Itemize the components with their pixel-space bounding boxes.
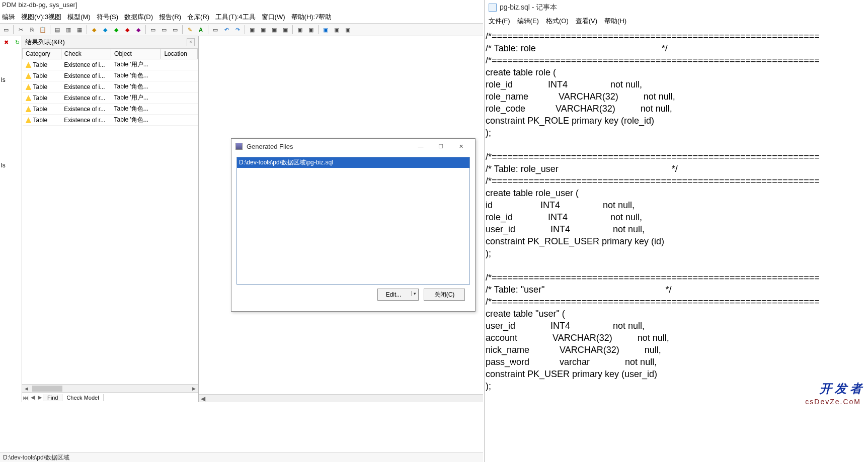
toolbar-button[interactable]: ▭ [210, 25, 220, 35]
maximize-icon[interactable]: ☐ [431, 139, 451, 153]
toolbar-button[interactable]: ▣ [332, 25, 342, 35]
toolbar-button[interactable]: ▣ [247, 25, 257, 35]
scrollbar-thumb[interactable] [32, 386, 62, 392]
menu-model[interactable]: 模型(M) [67, 13, 91, 22]
toolbar-button[interactable]: ◆ [89, 25, 99, 35]
col-object[interactable]: Object [111, 49, 161, 59]
table-row[interactable]: TableExistence of i...Table '角色... [23, 70, 198, 81]
generated-files-list[interactable]: D:\dev-tools\pd\数据区域\pg-biz.sql [236, 157, 470, 285]
np-menu-edit[interactable]: 编辑(E) [517, 17, 539, 26]
cut-icon[interactable]: ✂ [16, 25, 26, 35]
cell-object: Table '角色... [111, 81, 161, 93]
table-row[interactable]: TableExistence of i...Table '角色... [23, 81, 198, 93]
np-menu-format[interactable]: 格式(O) [546, 17, 569, 26]
tab-nav-prev[interactable]: ◀ [29, 394, 36, 401]
tab-find[interactable]: Find [43, 394, 62, 401]
menu-edit[interactable]: 编辑 [2, 13, 15, 22]
notepad-window: pg-biz.sql - 记事本 文件(F) 编辑(E) 格式(O) 查看(V)… [484, 0, 868, 462]
table-row[interactable]: TableExistence of i...Table '用户... [23, 59, 198, 70]
cell-check: Existence of r... [61, 104, 111, 115]
menu-help[interactable]: 帮助(H):7帮助 [291, 13, 332, 22]
notepad-title-text: pg-biz.sql - 记事本 [500, 3, 557, 12]
toolbar-button[interactable]: ▣ [269, 25, 279, 35]
strip-label: ls [1, 162, 6, 169]
minimize-icon[interactable]: — [411, 139, 431, 153]
menu-tools[interactable]: 工具(T):4工具 [215, 13, 255, 22]
scroll-right-icon[interactable]: ▶ [190, 385, 198, 393]
menu-window[interactable]: 窗口(W) [262, 13, 285, 22]
toolbar-button[interactable]: ▣ [258, 25, 268, 35]
refresh-icon[interactable]: ↻ [12, 37, 22, 47]
text-icon[interactable]: A [196, 25, 206, 35]
dialog-titlebar[interactable]: Generated Files — ☐ ✕ [231, 139, 475, 154]
toolbar-button[interactable]: ▣ [321, 25, 331, 35]
left-vertical-strip: ✖ ↻ ls ls [0, 36, 22, 402]
tab-check-model[interactable]: Check Model [62, 394, 103, 401]
table-row[interactable]: TableExistence of r...Table '角色... [23, 115, 198, 126]
cell-object: Table '角色... [111, 70, 161, 81]
close-icon[interactable]: ✕ [451, 139, 471, 153]
close-button[interactable]: 关闭(C) [424, 289, 465, 301]
np-menu-help[interactable]: 帮助(H) [604, 17, 626, 26]
toolbar-button[interactable]: ▣ [295, 25, 305, 35]
toolbar-button[interactable]: ▭ [148, 25, 158, 35]
notepad-menu[interactable]: 文件(F) 编辑(E) 格式(O) 查看(V) 帮助(H) [485, 15, 868, 27]
toolbar-button[interactable]: ▣ [343, 25, 353, 35]
paste-icon[interactable]: 📋 [38, 25, 48, 35]
cell-check: Existence of r... [61, 93, 111, 104]
notepad-titlebar[interactable]: pg-biz.sql - 记事本 [485, 0, 868, 15]
toolbar-button[interactable]: ▥ [63, 25, 73, 35]
col-check[interactable]: Check [61, 49, 111, 59]
toolbar-button[interactable]: ◆ [122, 25, 132, 35]
result-list-title: 结果列表(&R) [25, 38, 65, 47]
menu-symbol[interactable]: 符号(S) [97, 13, 118, 22]
col-location[interactable]: Location [161, 49, 198, 59]
app-icon [235, 143, 243, 150]
redo-icon[interactable]: ↷ [232, 25, 243, 35]
toolbar-separator [145, 25, 146, 34]
edit-button[interactable]: Edit... [377, 289, 419, 301]
toolbar-button[interactable]: ▣ [306, 25, 316, 35]
toolbar-button[interactable]: ▭ [170, 25, 180, 35]
menu-view[interactable]: 视图(V):3视图 [21, 13, 61, 22]
menu-bar[interactable]: 编辑 视图(V):3视图 模型(M) 符号(S) 数据库(D) 报告(R) 仓库… [0, 11, 483, 23]
toolbar-separator [318, 25, 319, 34]
table-row[interactable]: TableExistence of r...Table '用户... [23, 93, 198, 104]
notepad-text-content[interactable]: /*======================================… [485, 27, 868, 395]
tab-nav-next[interactable]: ▶ [36, 394, 43, 401]
scroll-left-icon[interactable]: ◀ [22, 385, 30, 393]
cell-object: Table '用户... [111, 59, 161, 70]
toolbar-button[interactable]: ◆ [100, 25, 110, 35]
np-menu-file[interactable]: 文件(F) [489, 17, 510, 26]
toolbar-button[interactable]: ▭ [1, 25, 11, 35]
cell-location [161, 93, 198, 104]
toolbar-button[interactable]: ◆ [111, 25, 121, 35]
table-header-row: Category Check Object Location [23, 49, 198, 59]
list-item[interactable]: D:\dev-tools\pd\数据区域\pg-biz.sql [237, 157, 469, 168]
canvas-scrollbar[interactable]: ◀ [199, 394, 483, 402]
undo-icon[interactable]: ↶ [221, 25, 231, 35]
result-table[interactable]: Category Check Object Location TableExis… [22, 48, 198, 384]
table-row[interactable]: TableExistence of r...Table '角色... [23, 104, 198, 115]
horizontal-scrollbar[interactable]: ◀ ▶ [22, 384, 198, 392]
scroll-left-icon[interactable]: ◀ [199, 395, 207, 403]
toolbar-button[interactable]: ◆ [133, 25, 143, 35]
delete-icon[interactable]: ✖ [1, 37, 11, 47]
cell-object: Table '角色... [111, 104, 161, 115]
col-category[interactable]: Category [23, 49, 61, 59]
menu-repository[interactable]: 仓库(R) [187, 13, 209, 22]
menu-database[interactable]: 数据库(D) [124, 13, 153, 22]
copy-icon[interactable]: ⎘ [27, 25, 37, 35]
watermark-logo: 开发者 [820, 381, 865, 397]
tab-nav-first[interactable]: ⏮ [22, 395, 29, 401]
toolbar-button[interactable]: ▦ [74, 25, 85, 35]
np-menu-view[interactable]: 查看(V) [576, 17, 597, 26]
window-title: PDM biz-db-pg, sys_user] [0, 0, 483, 11]
menu-report[interactable]: 报告(R) [159, 13, 181, 22]
toolbar-button[interactable]: ▤ [52, 25, 62, 35]
cell-category: Table [23, 59, 61, 70]
toolbar-button[interactable]: ▭ [159, 25, 169, 35]
close-icon[interactable]: × [187, 38, 195, 46]
toolbar-button[interactable]: ▣ [280, 25, 290, 35]
pencil-icon[interactable]: ✎ [185, 25, 195, 35]
